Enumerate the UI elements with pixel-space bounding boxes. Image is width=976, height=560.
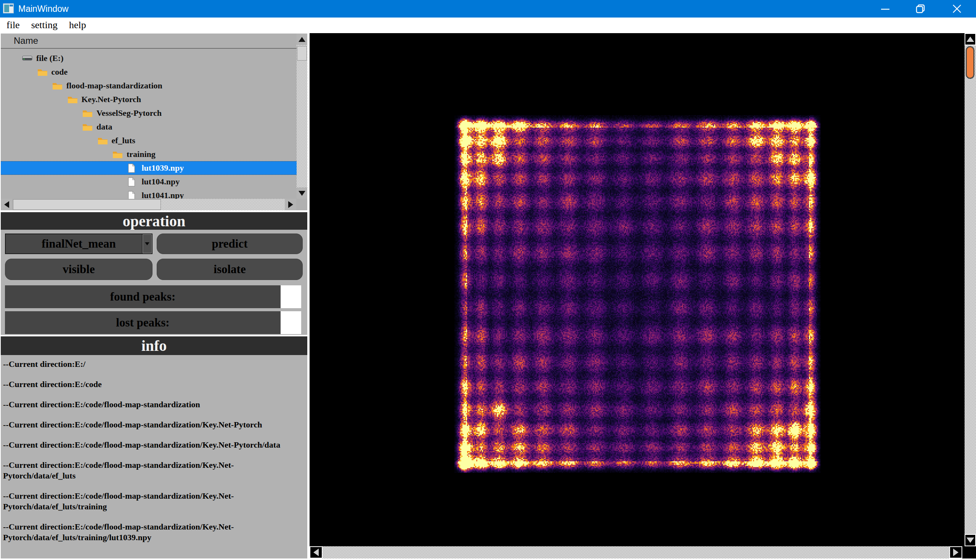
visible-button[interactable]: visible [5, 259, 152, 280]
tree-item-label: ef_luts [112, 136, 135, 145]
tree-scroll-up-button[interactable] [297, 33, 307, 45]
model-combobox[interactable]: finalNet_mean [5, 233, 152, 254]
restore-button[interactable] [903, 0, 938, 18]
right-arrow-icon [288, 201, 293, 208]
tree-hscroll-track[interactable] [161, 199, 285, 210]
tree-item-label: file (E:) [36, 53, 63, 63]
tree-item-file-e-[interactable]: file (E:) [1, 52, 297, 65]
predict-button-label: predict [212, 237, 247, 251]
app-icon [3, 3, 15, 15]
log-entry: --Current direction:E:/code [3, 379, 304, 390]
lost-peaks-label: lost peaks: [5, 311, 281, 334]
viewer-vscroll-track[interactable] [964, 45, 976, 534]
down-arrow-icon [299, 191, 305, 196]
info-log: --Current direction:E:/--Current directi… [1, 355, 307, 558]
scrollbar-corner [962, 546, 976, 558]
down-arrow-icon [966, 538, 974, 543]
log-entry: --Current direction:E:/code/flood-map-st… [3, 440, 304, 450]
viewer-scroll-down-button[interactable] [964, 534, 976, 546]
tree-item-training[interactable]: training [1, 147, 297, 161]
tree-item-label: Key.Net-Pytorch [82, 95, 142, 104]
menu-item-file[interactable]: file [1, 20, 25, 31]
viewer-scroll-left-button[interactable] [309, 546, 323, 558]
tree-vscroll-thumb[interactable] [297, 46, 307, 60]
folder-icon [37, 67, 48, 77]
main-window: MainWindow filesettinghelp Name [0, 0, 976, 560]
log-entry: --Current direction:E:/code/flood-map-st… [3, 420, 304, 430]
tree-hscroll-thumb[interactable] [13, 199, 161, 210]
file-icon [128, 177, 138, 186]
menu-item-setting[interactable]: setting [25, 20, 63, 31]
tree-item-vesselseg-pytorch[interactable]: VesselSeg-Pytorch [1, 106, 297, 120]
viewer-scroll-right-button[interactable] [949, 546, 962, 558]
drive-icon [22, 54, 32, 63]
operation-section-header: operation [1, 212, 307, 230]
tree-scroll-left-button[interactable] [1, 199, 12, 210]
tree-scroll-down-button[interactable] [297, 187, 307, 199]
file-tree: Name file (E:)codeflood-map-standardizat… [1, 33, 307, 199]
close-icon [952, 4, 962, 14]
tree-item-label: VesselSeg-Pytorch [97, 108, 162, 118]
tree-item-data[interactable]: data [1, 120, 297, 134]
folder-icon [82, 122, 93, 132]
right-arrow-icon [953, 548, 958, 556]
file-icon [128, 163, 138, 173]
tree-item-label: lut104.npy [142, 177, 180, 187]
tree-item-label: lut1041.npy [142, 190, 184, 199]
viewer-hscroll-track[interactable] [323, 546, 949, 558]
log-entry: --Current direction:E:/code/flood-map-st… [3, 399, 304, 410]
found-peaks-text: found peaks: [110, 290, 175, 303]
log-entry: --Current direction:E:/code/flood-map-st… [3, 460, 304, 481]
tree-item-label: lut1039.npy [142, 163, 184, 173]
graphics-view[interactable] [309, 33, 964, 546]
folder-icon [67, 95, 78, 104]
left-arrow-icon [4, 201, 9, 208]
flood-map-image[interactable] [455, 115, 821, 473]
predict-button[interactable]: predict [157, 233, 303, 254]
viewer-vertical-scrollbar [964, 33, 976, 546]
menu-bar: filesettinghelp [0, 18, 976, 33]
window-controls [868, 0, 976, 18]
file-icon [128, 191, 138, 199]
tree-item-lut1039-npy[interactable]: lut1039.npy [1, 161, 297, 175]
lost-peaks-value-box[interactable] [281, 311, 301, 334]
tree-item-lut1041-npy[interactable]: lut1041.npy [1, 188, 297, 199]
log-entry: --Current direction:E:/code/flood-map-st… [3, 491, 304, 512]
restore-icon [915, 3, 926, 14]
folder-icon [52, 81, 62, 90]
minimize-button[interactable] [868, 0, 903, 18]
viewer-scroll-up-button[interactable] [964, 33, 976, 45]
chevron-down-icon [145, 242, 149, 245]
tree-column-header: Name [1, 33, 297, 49]
log-entry: --Current direction:E:/ [3, 359, 304, 370]
tree-header-label: Name [14, 35, 38, 46]
tree-item-key-net-pytorch[interactable]: Key.Net-Pytorch [1, 93, 297, 106]
tree-item-code[interactable]: code [1, 65, 297, 79]
folder-icon [82, 108, 93, 118]
tree-item-lut104-npy[interactable]: lut104.npy [1, 175, 297, 188]
tree-vertical-scrollbar [297, 33, 307, 199]
menu-item-help[interactable]: help [63, 20, 92, 31]
tree-vscroll-track[interactable] [297, 45, 307, 187]
close-button[interactable] [938, 0, 976, 18]
log-entry: --Current direction:E:/code/flood-map-st… [3, 522, 304, 543]
title-bar: MainWindow [0, 0, 976, 18]
tree-scroll-right-button[interactable] [285, 199, 296, 210]
model-combobox-value: finalNet_mean [42, 237, 116, 251]
operation-panel: finalNet_mean predict visible isolate fo… [1, 230, 307, 335]
tree-item-flood-map-standardization[interactable]: flood-map-standardization [1, 79, 297, 93]
viewer-vscroll-thumb[interactable] [966, 46, 974, 79]
viewer-horizontal-scrollbar [309, 546, 962, 558]
tree-item-label: data [97, 122, 112, 132]
lost-peaks-text: lost peaks: [116, 316, 169, 330]
tree-item-ef-luts[interactable]: ef_luts [1, 134, 297, 147]
window-title: MainWindow [18, 4, 69, 14]
tree-item-label: training [127, 149, 155, 159]
isolate-button[interactable]: isolate [157, 259, 303, 280]
visible-button-label: visible [62, 262, 95, 276]
found-peaks-value-box[interactable] [281, 285, 301, 308]
isolate-button-label: isolate [214, 262, 246, 276]
found-peaks-label: found peaks: [5, 285, 281, 308]
file-tree-rows: file (E:)codeflood-map-standardizationKe… [1, 49, 297, 199]
combobox-dropdown[interactable] [142, 234, 152, 253]
